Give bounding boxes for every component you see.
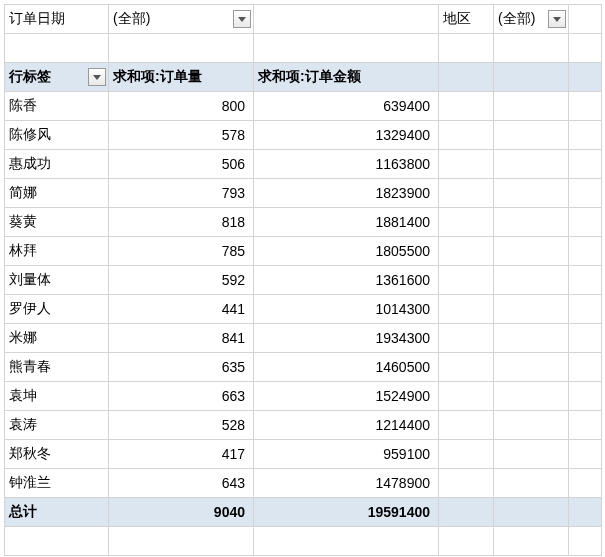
empty-cell <box>569 5 602 34</box>
empty-cell <box>439 295 494 324</box>
row-qty: 793 <box>109 179 254 208</box>
empty-cell <box>494 237 569 266</box>
row-amount: 639400 <box>254 92 439 121</box>
empty-cell <box>439 353 494 382</box>
empty-cell <box>439 92 494 121</box>
empty-cell <box>439 498 494 527</box>
row-name: 米娜 <box>5 324 109 353</box>
filter-region-value-cell[interactable]: (全部) <box>494 5 569 34</box>
row-amount: 1329400 <box>254 121 439 150</box>
header-sum-amount: 求和项:订单金额 <box>254 63 439 92</box>
filter-date-value-cell[interactable]: (全部) <box>109 5 254 34</box>
header-row-label[interactable]: 行标签 <box>5 63 109 92</box>
table-row: 袁坤6631524900 <box>5 382 602 411</box>
row-qty: 663 <box>109 382 254 411</box>
empty-cell <box>494 324 569 353</box>
empty-cell <box>439 208 494 237</box>
table-row: 刘量体5921361600 <box>5 266 602 295</box>
row-amount: 1524900 <box>254 382 439 411</box>
total-label: 总计 <box>5 498 109 527</box>
empty-cell <box>569 382 602 411</box>
empty-cell <box>569 469 602 498</box>
row-name: 罗伊人 <box>5 295 109 324</box>
empty-cell <box>494 208 569 237</box>
empty-cell <box>569 353 602 382</box>
row-name: 刘量体 <box>5 266 109 295</box>
filter-region-label-cell: 地区 <box>439 5 494 34</box>
row-qty: 643 <box>109 469 254 498</box>
empty-cell <box>569 266 602 295</box>
empty-cell <box>439 411 494 440</box>
empty-cell <box>494 179 569 208</box>
row-name: 熊青春 <box>5 353 109 382</box>
empty-cell <box>494 411 569 440</box>
empty-cell <box>439 237 494 266</box>
empty-cell <box>494 382 569 411</box>
row-name: 袁坤 <box>5 382 109 411</box>
empty-cell <box>569 440 602 469</box>
empty-cell <box>569 498 602 527</box>
total-qty: 9040 <box>109 498 254 527</box>
empty-cell <box>569 179 602 208</box>
table-row: 简娜7931823900 <box>5 179 602 208</box>
blank-row <box>5 527 602 556</box>
table-row: 郑秋冬417959100 <box>5 440 602 469</box>
empty-cell <box>494 121 569 150</box>
row-label-dropdown-icon[interactable] <box>88 68 106 86</box>
filter-date-dropdown-icon[interactable] <box>233 10 251 28</box>
row-amount: 1823900 <box>254 179 439 208</box>
blank-row <box>5 34 602 63</box>
filter-region-dropdown-icon[interactable] <box>548 10 566 28</box>
svg-marker-2 <box>93 75 101 80</box>
row-qty: 417 <box>109 440 254 469</box>
row-amount: 959100 <box>254 440 439 469</box>
table-row: 袁涛5281214400 <box>5 411 602 440</box>
row-name: 简娜 <box>5 179 109 208</box>
svg-marker-0 <box>238 17 246 22</box>
row-amount: 1163800 <box>254 150 439 179</box>
empty-cell <box>439 440 494 469</box>
pivot-table: 订单日期 (全部) 地区 (全部) 行标签 求 <box>4 4 602 556</box>
row-name: 陈修风 <box>5 121 109 150</box>
header-row-label-text: 行标签 <box>9 68 51 84</box>
table-row: 熊青春6351460500 <box>5 353 602 382</box>
row-qty: 785 <box>109 237 254 266</box>
empty-cell <box>439 324 494 353</box>
empty-cell <box>569 324 602 353</box>
empty-cell <box>439 63 494 92</box>
svg-marker-1 <box>553 17 561 22</box>
filter-row: 订单日期 (全部) 地区 (全部) <box>5 5 602 34</box>
table-row: 林拜7851805500 <box>5 237 602 266</box>
table-row: 罗伊人4411014300 <box>5 295 602 324</box>
empty-cell <box>569 295 602 324</box>
row-qty: 528 <box>109 411 254 440</box>
row-qty: 592 <box>109 266 254 295</box>
row-name: 林拜 <box>5 237 109 266</box>
row-amount: 1361600 <box>254 266 439 295</box>
empty-cell <box>569 121 602 150</box>
empty-cell <box>494 353 569 382</box>
row-amount: 1478900 <box>254 469 439 498</box>
empty-cell <box>439 150 494 179</box>
empty-cell <box>494 469 569 498</box>
row-qty: 800 <box>109 92 254 121</box>
empty-cell <box>439 469 494 498</box>
row-amount: 1881400 <box>254 208 439 237</box>
total-row: 总计 9040 19591400 <box>5 498 602 527</box>
empty-cell <box>439 266 494 295</box>
row-amount: 1934300 <box>254 324 439 353</box>
empty-cell <box>494 498 569 527</box>
filter-date-value: (全部) <box>113 10 150 28</box>
row-name: 陈香 <box>5 92 109 121</box>
row-qty: 818 <box>109 208 254 237</box>
empty-cell <box>569 411 602 440</box>
row-amount: 1214400 <box>254 411 439 440</box>
filter-date-label-cell: 订单日期 <box>5 5 109 34</box>
row-qty: 506 <box>109 150 254 179</box>
table-row: 陈修风5781329400 <box>5 121 602 150</box>
empty-cell <box>494 63 569 92</box>
filter-region-label: 地区 <box>443 10 471 28</box>
total-amount: 19591400 <box>254 498 439 527</box>
empty-cell <box>439 382 494 411</box>
row-name: 惠成功 <box>5 150 109 179</box>
